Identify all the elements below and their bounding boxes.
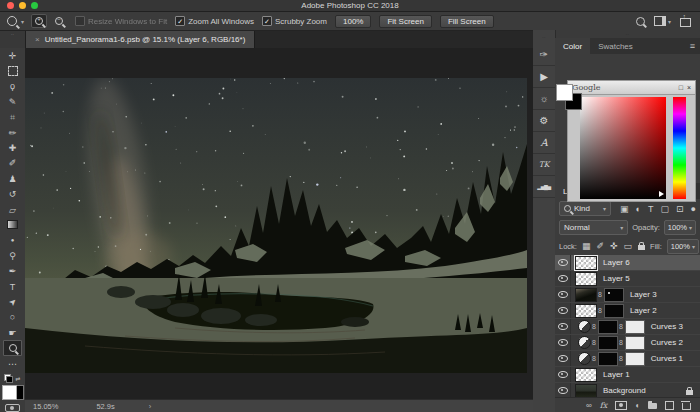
mask-link-icon[interactable]: 8 xyxy=(592,339,596,346)
layer-visibility-toggle[interactable] xyxy=(555,367,571,382)
layer-row-layer-6[interactable]: Layer 6 xyxy=(555,255,700,271)
layer-row-layer-1[interactable]: Layer 1 xyxy=(555,367,700,383)
tab-color[interactable]: Color xyxy=(555,38,590,54)
foreground-color-swatch[interactable] xyxy=(2,385,17,400)
filter-smart-objects-icon[interactable]: ⊡ xyxy=(676,204,684,214)
close-tab-icon[interactable]: × xyxy=(35,35,40,44)
layer-mask-thumbnail[interactable] xyxy=(604,304,624,318)
default-colors-control[interactable]: ⇄ xyxy=(4,374,20,383)
clone-stamp-tool[interactable]: ♟ xyxy=(3,171,22,186)
lock-pixels-icon[interactable]: ✐ xyxy=(596,241,604,251)
layer-mask-thumbnail-2[interactable] xyxy=(625,336,645,350)
brush-tool[interactable]: ✐ xyxy=(3,156,22,171)
healing-brush-tool[interactable]: ✚ xyxy=(3,140,22,155)
layer-mask-thumbnail[interactable] xyxy=(598,336,618,350)
blur-tool[interactable]: ● xyxy=(3,233,22,248)
close-icon[interactable]: × xyxy=(687,84,691,91)
canvas-area[interactable]: 15.05% 52.9s › xyxy=(25,48,533,412)
mask-link-icon[interactable]: 8 xyxy=(592,323,596,330)
layer-mask-thumbnail[interactable] xyxy=(604,288,624,302)
new-layer-button[interactable] xyxy=(665,401,674,410)
tool-preset[interactable]: ▾ xyxy=(7,16,24,26)
layer-thumbnail[interactable] xyxy=(575,288,597,302)
filter-pixel-layers-icon[interactable]: ▣ xyxy=(620,204,629,214)
layer-visibility-toggle[interactable] xyxy=(555,287,571,302)
path-selection-tool[interactable]: ➤ xyxy=(3,294,22,309)
workspace-switcher[interactable]: ▾ xyxy=(654,16,671,26)
share-icon[interactable] xyxy=(680,18,691,27)
lock-transparency-icon[interactable]: ▦ xyxy=(582,241,591,251)
lock-position-icon[interactable]: ✜ xyxy=(610,241,618,251)
filter-shape-layers-icon[interactable]: ▢ xyxy=(661,204,670,214)
filter-type-layers-icon[interactable]: T xyxy=(648,204,654,214)
layer-row-layer-2[interactable]: 8Layer 2 xyxy=(555,303,700,319)
new-adjustment-layer-button[interactable]: ◐ xyxy=(635,401,640,410)
layer-row-layer-3[interactable]: 8Layer 3 xyxy=(555,287,700,303)
layer-visibility-toggle[interactable] xyxy=(555,271,571,286)
add-mask-button[interactable] xyxy=(615,401,627,410)
zoom-level-field[interactable]: 15.05% xyxy=(33,402,58,411)
curves-adjustment-icon[interactable] xyxy=(578,320,591,333)
layer-mask-thumbnail-2[interactable] xyxy=(625,320,645,334)
layer-row-layer-5[interactable]: Layer 5 xyxy=(555,271,700,287)
crop-tool[interactable]: ⌗ xyxy=(3,110,22,125)
layer-visibility-toggle[interactable] xyxy=(555,383,571,398)
tk-panel-icon[interactable]: TK xyxy=(533,154,555,176)
lock-all-icon[interactable] xyxy=(638,245,645,250)
histogram-panel-icon[interactable]: ▂▅▇▅ xyxy=(533,176,555,198)
mask-link-icon[interactable]: 8 xyxy=(619,355,623,362)
quick-mask-button[interactable] xyxy=(5,404,20,412)
delete-layer-button[interactable] xyxy=(682,403,691,410)
opacity-field[interactable]: 100% ▾ xyxy=(664,220,696,235)
layer-row-curves-2[interactable]: 88Curves 2 xyxy=(555,335,700,351)
layer-row-curves-1[interactable]: 88Curves 1 xyxy=(555,351,700,367)
google-window-titlebar[interactable]: Google □ × xyxy=(567,80,696,94)
color-picker-saturation-box[interactable] xyxy=(580,97,666,199)
mask-link-icon[interactable]: 8 xyxy=(592,355,596,362)
layer-visibility-toggle[interactable] xyxy=(555,303,571,318)
shape-tool[interactable]: ○ xyxy=(3,310,22,325)
properties-panel-icon[interactable]: ⚙ xyxy=(533,110,555,132)
pen-tool[interactable]: ✒ xyxy=(3,263,22,278)
layer-mask-thumbnail-2[interactable] xyxy=(625,352,645,366)
google-floating-window[interactable]: Google □ × xyxy=(567,80,696,201)
actions-panel-icon[interactable]: ▶ xyxy=(533,66,555,88)
panel-color-swatches[interactable] xyxy=(556,84,582,110)
zoom-in-button[interactable]: + xyxy=(31,14,47,28)
edit-toolbar-button[interactable]: ⋯ xyxy=(3,356,22,371)
resize-windows-checkbox-box[interactable] xyxy=(75,16,85,26)
layer-visibility-toggle[interactable] xyxy=(555,255,571,270)
mask-link-icon[interactable]: 8 xyxy=(619,323,623,330)
zoom-out-button[interactable]: − xyxy=(51,14,67,28)
zoom-all-windows-checkbox[interactable]: ✓Zoom All Windows xyxy=(175,16,254,26)
marquee-tool[interactable] xyxy=(3,63,22,78)
quick-selection-tool[interactable]: ✎ xyxy=(3,94,22,109)
gradient-tool[interactable] xyxy=(3,217,22,232)
mask-link-icon[interactable]: 8 xyxy=(598,291,602,298)
layer-mask-thumbnail[interactable] xyxy=(598,352,618,366)
minimize-window-button[interactable] xyxy=(19,2,26,9)
zoom-all-windows-checkbox-box[interactable]: ✓ xyxy=(175,16,185,26)
layer-thumbnail[interactable] xyxy=(575,304,597,318)
glyphs-panel-icon[interactable]: A xyxy=(533,132,555,154)
type-tool[interactable]: T xyxy=(3,279,22,294)
layer-row-curves-3[interactable]: 88Curves 3 xyxy=(555,319,700,335)
document-image[interactable] xyxy=(25,78,527,373)
link-layers-button[interactable]: ∞ xyxy=(586,401,592,410)
zoom-window-button[interactable] xyxy=(31,2,38,9)
layer-thumbnail[interactable] xyxy=(575,272,597,286)
layer-thumbnail[interactable] xyxy=(575,384,597,398)
filter-adjustment-layers-icon[interactable]: ◐ xyxy=(636,204,641,214)
dodge-tool[interactable]: ⚲ xyxy=(3,248,22,263)
filters-panel-icon[interactable]: ☼ xyxy=(533,88,555,110)
zoom-tool[interactable] xyxy=(3,340,22,355)
tab-swatches[interactable]: Swatches xyxy=(590,38,641,54)
fit-screen-button[interactable]: Fit Screen xyxy=(379,15,431,28)
status-options-chevron[interactable]: › xyxy=(149,402,152,411)
layer-visibility-toggle[interactable] xyxy=(555,335,571,350)
resize-windows-checkbox[interactable]: Resize Windows to Fit xyxy=(75,16,167,26)
layer-thumbnail[interactable] xyxy=(575,256,597,270)
foreground-color-swatch[interactable] xyxy=(556,84,573,101)
lock-artboard-icon[interactable]: ▭ xyxy=(624,241,633,251)
scrubby-zoom-checkbox-box[interactable]: ✓ xyxy=(262,16,272,26)
